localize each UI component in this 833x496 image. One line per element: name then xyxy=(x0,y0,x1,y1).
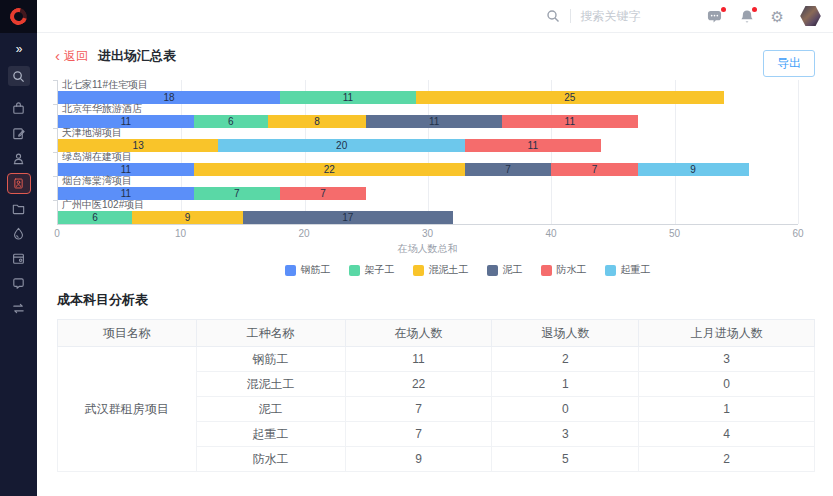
cell-job: 泥工 xyxy=(196,397,345,422)
sidebar-item-building[interactable] xyxy=(0,96,37,121)
sidebar-item-document[interactable] xyxy=(0,121,37,146)
sidebar-search-button[interactable] xyxy=(8,66,30,86)
sidebar-item-user[interactable] xyxy=(0,146,37,171)
cell-job: 防水工 xyxy=(196,447,345,472)
bar-segment-架子工[interactable]: 6 xyxy=(58,211,132,224)
header-search[interactable]: 搜索关键字 xyxy=(546,8,641,25)
cell-entered-last-month: 2 xyxy=(639,447,815,472)
legend-item-泥工[interactable]: 泥工 xyxy=(487,263,523,277)
chart-category-row: 广州中医102#项目6917 xyxy=(58,200,798,224)
bar-segment-防水工[interactable]: 11 xyxy=(502,115,638,128)
cell-project-name: 武汉群租房项目 xyxy=(58,347,197,472)
col-header-entered-last-month: 上月进场人数 xyxy=(639,320,815,347)
user-icon xyxy=(11,151,26,166)
chart-category-row: 天津地湖项目132011 xyxy=(58,128,798,152)
transfer-icon xyxy=(11,301,26,316)
cell-on-site: 22 xyxy=(345,372,492,397)
bell-icon xyxy=(740,9,754,24)
back-chevron-icon[interactable]: ‹ xyxy=(55,50,60,62)
bar-segment-泥工[interactable]: 17 xyxy=(243,211,453,224)
bar-segment-防水工[interactable]: 7 xyxy=(280,187,366,200)
x-tick-label: 0 xyxy=(54,228,60,239)
legend-swatch xyxy=(541,265,552,276)
bar-segment-防水工[interactable]: 11 xyxy=(465,139,601,152)
legend-swatch xyxy=(605,265,616,276)
sidebar-collapse-icon[interactable]: » xyxy=(0,42,37,56)
stacked-bar: 6917 xyxy=(58,211,798,224)
logo-icon xyxy=(7,5,30,28)
sidebar-item-message[interactable] xyxy=(0,271,37,296)
cell-entered-last-month: 4 xyxy=(639,422,815,447)
sidebar-item-folder[interactable] xyxy=(0,196,37,221)
back-link[interactable]: 返回 xyxy=(64,48,88,65)
table-title: 成本科目分析表 xyxy=(57,291,815,309)
stacked-bar: 1177 xyxy=(58,187,798,200)
cell-on-site: 7 xyxy=(345,397,492,422)
bar-segment-混泥土工[interactable]: 22 xyxy=(194,163,465,176)
cell-entered-last-month: 1 xyxy=(639,397,815,422)
bar-segment-起重工[interactable]: 20 xyxy=(218,139,465,152)
settings-button[interactable]: ⚙ xyxy=(771,9,784,24)
legend-label: 防水工 xyxy=(557,263,587,277)
stacked-bar: 181125 xyxy=(58,91,798,104)
legend-swatch xyxy=(413,265,424,276)
search-placeholder[interactable]: 搜索关键字 xyxy=(581,8,641,25)
legend-swatch xyxy=(487,265,498,276)
export-button[interactable]: 导出 xyxy=(763,50,815,77)
chart-category-label: 北京年华旅游酒店 xyxy=(58,104,798,114)
x-tick-label: 40 xyxy=(545,228,556,239)
cell-on-site: 7 xyxy=(345,422,492,447)
stacked-bar: 132011 xyxy=(58,139,798,152)
bar-segment-架子工[interactable]: 11 xyxy=(280,91,416,104)
messages-button[interactable] xyxy=(706,9,723,24)
legend-item-架子工[interactable]: 架子工 xyxy=(349,263,395,277)
cell-exited: 0 xyxy=(492,397,639,422)
legend-item-混泥土工[interactable]: 混泥土工 xyxy=(413,263,469,277)
legend-label: 起重工 xyxy=(621,263,651,277)
table-header-row: 项目名称 工种名称 在场人数 退场人数 上月进场人数 xyxy=(58,320,815,347)
bar-segment-混泥土工[interactable]: 25 xyxy=(416,91,724,104)
notifications-button[interactable] xyxy=(740,9,754,24)
chat-icon xyxy=(11,276,26,291)
gridline xyxy=(798,80,799,224)
breadcrumb: ‹ 返回 进出场汇总表 xyxy=(55,33,815,65)
bar-segment-架子工[interactable]: 6 xyxy=(194,115,268,128)
cell-on-site: 9 xyxy=(345,447,492,472)
cell-exited: 2 xyxy=(492,347,639,372)
bar-segment-泥工[interactable]: 7 xyxy=(465,163,551,176)
x-tick-label: 20 xyxy=(298,228,309,239)
entry-exit-chart: 北七家11#住宅项目181125北京年华旅游酒店11681111天津地湖项目13… xyxy=(57,80,798,277)
bar-segment-架子工[interactable]: 7 xyxy=(194,187,280,200)
legend-swatch xyxy=(285,265,296,276)
message-icon xyxy=(706,9,723,24)
bar-segment-混泥土工[interactable]: 9 xyxy=(132,211,243,224)
legend-item-防水工[interactable]: 防水工 xyxy=(541,263,587,277)
x-axis-ticks: 0102030405060 xyxy=(57,228,798,240)
legend-item-起重工[interactable]: 起重工 xyxy=(605,263,651,277)
col-header-project: 项目名称 xyxy=(58,320,197,347)
document-edit-icon xyxy=(11,126,26,141)
sidebar-item-water[interactable] xyxy=(0,221,37,246)
app-logo[interactable] xyxy=(0,0,37,33)
bar-segment-防水工[interactable]: 7 xyxy=(551,163,637,176)
legend-label: 钢筋工 xyxy=(301,263,331,277)
legend-swatch xyxy=(349,265,360,276)
page-title: 进出场汇总表 xyxy=(98,47,176,65)
bar-segment-起重工[interactable]: 9 xyxy=(638,163,749,176)
legend-item-钢筋工[interactable]: 钢筋工 xyxy=(285,263,331,277)
bar-segment-混泥土工[interactable]: 8 xyxy=(268,115,367,128)
col-header-job: 工种名称 xyxy=(196,320,345,347)
active-highlight xyxy=(7,173,31,194)
stacked-bar: 11681111 xyxy=(58,115,798,128)
x-tick-label: 30 xyxy=(422,228,433,239)
bar-segment-泥工[interactable]: 11 xyxy=(366,115,502,128)
cell-entered-last-month: 3 xyxy=(639,347,815,372)
sidebar-item-schedule[interactable] xyxy=(0,246,37,271)
col-header-on-site: 在场人数 xyxy=(345,320,492,347)
user-avatar[interactable] xyxy=(800,5,821,27)
sidebar-item-transfer[interactable] xyxy=(0,296,37,321)
sidebar-item-worker-roster[interactable] xyxy=(0,171,37,196)
sidebar: » xyxy=(0,0,37,496)
search-icon xyxy=(546,9,560,23)
schedule-icon xyxy=(11,251,26,266)
